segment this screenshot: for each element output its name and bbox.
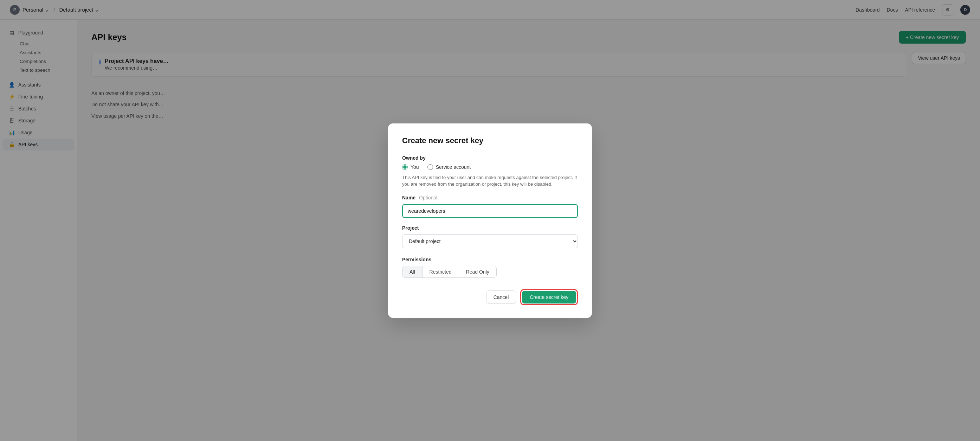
perm-tab-read-only[interactable]: Read Only [459, 266, 496, 277]
perm-tab-restricted[interactable]: Restricted [423, 266, 459, 277]
modal-overlay: Create new secret key Owned by You Servi… [0, 0, 980, 441]
permissions-label: Permissions [402, 257, 578, 262]
owner-description: This API key is tied to your user and ca… [402, 174, 578, 188]
name-label: Name Optional [402, 195, 578, 201]
owned-by-label: Owned by [402, 155, 578, 161]
cancel-button[interactable]: Cancel [486, 290, 516, 304]
radio-you[interactable]: You [402, 164, 419, 170]
create-secret-key-modal: Create new secret key Owned by You Servi… [388, 123, 592, 318]
radio-you-input[interactable] [402, 164, 408, 170]
name-section: Name Optional [402, 195, 578, 218]
perm-tab-all[interactable]: All [402, 266, 423, 277]
project-label: Project [402, 225, 578, 231]
radio-service-account[interactable]: Service account [428, 164, 471, 170]
modal-footer: Cancel Create secret key [402, 289, 578, 305]
create-secret-key-highlight: Create secret key [520, 289, 578, 305]
project-section: Project Default project [402, 225, 578, 248]
name-optional: Optional [419, 195, 437, 201]
name-input[interactable] [402, 204, 578, 218]
modal-title: Create new secret key [402, 136, 578, 145]
permissions-tabs: All Restricted Read Only [402, 266, 497, 278]
create-secret-key-button[interactable]: Create secret key [522, 291, 576, 304]
radio-service-account-input[interactable] [428, 164, 433, 170]
owned-by-section: Owned by You Service account This API ke… [402, 155, 578, 188]
project-select[interactable]: Default project [402, 234, 578, 248]
permissions-section: Permissions All Restricted Read Only [402, 257, 578, 278]
owned-by-radio-group: You Service account [402, 164, 578, 170]
